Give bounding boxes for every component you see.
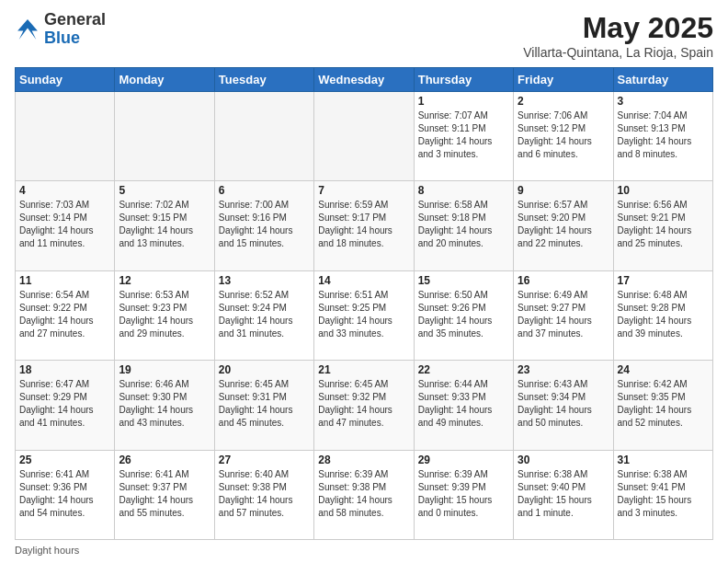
calendar-week-1: 4Sunrise: 7:03 AM Sunset: 9:14 PM Daylig… (16, 181, 713, 270)
day-info: Sunrise: 6:59 AM Sunset: 9:17 PM Dayligh… (318, 199, 409, 250)
calendar-week-2: 11Sunrise: 6:54 AM Sunset: 9:22 PM Dayli… (16, 270, 713, 360)
day-info: Sunrise: 6:39 AM Sunset: 9:39 PM Dayligh… (418, 468, 509, 520)
logo-text: General Blue (44, 11, 106, 48)
day-number: 31 (618, 454, 709, 466)
calendar-day-13: 13Sunrise: 6:52 AM Sunset: 9:24 PM Dayli… (214, 270, 313, 360)
calendar-day-20: 20Sunrise: 6:45 AM Sunset: 9:31 PM Dayli… (214, 361, 313, 450)
calendar-day-6: 6Sunrise: 7:00 AM Sunset: 9:16 PM Daylig… (214, 181, 313, 270)
footer-note: Daylight hours (15, 545, 713, 556)
calendar-day-11: 11Sunrise: 6:54 AM Sunset: 9:22 PM Dayli… (16, 270, 115, 360)
calendar-day-30: 30Sunrise: 6:38 AM Sunset: 9:40 PM Dayli… (514, 450, 613, 539)
day-info: Sunrise: 6:41 AM Sunset: 9:36 PM Dayligh… (19, 468, 110, 520)
calendar-day-10: 10Sunrise: 6:56 AM Sunset: 9:21 PM Dayli… (613, 181, 712, 270)
calendar-day-24: 24Sunrise: 6:42 AM Sunset: 9:35 PM Dayli… (613, 361, 712, 450)
day-number: 12 (119, 274, 210, 287)
day-number: 8 (418, 184, 509, 197)
calendar-day-empty (115, 92, 214, 181)
calendar-day-7: 7Sunrise: 6:59 AM Sunset: 9:17 PM Daylig… (314, 181, 414, 270)
day-info: Sunrise: 6:41 AM Sunset: 9:37 PM Dayligh… (119, 468, 210, 520)
day-info: Sunrise: 6:45 AM Sunset: 9:32 PM Dayligh… (318, 378, 409, 430)
day-number: 22 (418, 363, 509, 376)
day-number: 13 (219, 274, 310, 287)
day-info: Sunrise: 6:40 AM Sunset: 9:38 PM Dayligh… (219, 468, 310, 520)
day-info: Sunrise: 6:54 AM Sunset: 9:22 PM Dayligh… (19, 289, 110, 340)
calendar-day-25: 25Sunrise: 6:41 AM Sunset: 9:36 PM Dayli… (16, 450, 115, 539)
day-info: Sunrise: 7:03 AM Sunset: 9:14 PM Dayligh… (19, 199, 110, 250)
calendar-header-saturday: Saturday (613, 68, 712, 92)
day-info: Sunrise: 7:07 AM Sunset: 9:11 PM Dayligh… (418, 109, 509, 161)
day-info: Sunrise: 6:58 AM Sunset: 9:18 PM Dayligh… (418, 199, 509, 250)
calendar-day-17: 17Sunrise: 6:48 AM Sunset: 9:28 PM Dayli… (613, 270, 712, 360)
calendar-day-23: 23Sunrise: 6:43 AM Sunset: 9:34 PM Dayli… (514, 361, 613, 450)
day-info: Sunrise: 6:47 AM Sunset: 9:29 PM Dayligh… (19, 378, 110, 430)
day-info: Sunrise: 7:04 AM Sunset: 9:13 PM Dayligh… (618, 109, 709, 161)
calendar-day-empty (314, 92, 414, 181)
calendar-header-wednesday: Wednesday (314, 68, 414, 92)
logo-general: General (44, 10, 106, 29)
calendar-day-5: 5Sunrise: 7:02 AM Sunset: 9:15 PM Daylig… (115, 181, 214, 270)
calendar-week-0: 1Sunrise: 7:07 AM Sunset: 9:11 PM Daylig… (16, 92, 713, 181)
location: Villarta-Quintana, La Rioja, Spain (523, 45, 713, 60)
header: General Blue May 2025 Villarta-Quintana,… (15, 11, 713, 60)
day-info: Sunrise: 6:38 AM Sunset: 9:40 PM Dayligh… (518, 468, 609, 520)
daylight-label: Daylight hours (15, 545, 79, 556)
day-number: 3 (618, 95, 709, 108)
day-info: Sunrise: 6:45 AM Sunset: 9:31 PM Dayligh… (219, 378, 310, 430)
day-info: Sunrise: 6:43 AM Sunset: 9:34 PM Dayligh… (518, 378, 609, 430)
calendar-header-tuesday: Tuesday (214, 68, 313, 92)
day-info: Sunrise: 6:44 AM Sunset: 9:33 PM Dayligh… (418, 378, 509, 430)
calendar-header-thursday: Thursday (414, 68, 513, 92)
calendar-day-empty (214, 92, 313, 181)
calendar-week-3: 18Sunrise: 6:47 AM Sunset: 9:29 PM Dayli… (16, 361, 713, 450)
day-info: Sunrise: 6:56 AM Sunset: 9:21 PM Dayligh… (618, 199, 709, 250)
day-number: 21 (318, 363, 409, 376)
day-number: 11 (19, 274, 110, 287)
day-number: 7 (318, 184, 409, 197)
calendar-day-9: 9Sunrise: 6:57 AM Sunset: 9:20 PM Daylig… (514, 181, 613, 270)
calendar-day-15: 15Sunrise: 6:50 AM Sunset: 9:26 PM Dayli… (414, 270, 513, 360)
day-number: 29 (418, 454, 509, 466)
day-number: 15 (418, 274, 509, 287)
day-number: 1 (418, 95, 509, 108)
day-number: 23 (518, 363, 609, 376)
day-number: 26 (119, 454, 210, 466)
day-number: 30 (518, 454, 609, 466)
day-info: Sunrise: 6:39 AM Sunset: 9:38 PM Dayligh… (318, 468, 409, 520)
calendar-day-21: 21Sunrise: 6:45 AM Sunset: 9:32 PM Dayli… (314, 361, 414, 450)
calendar-header-friday: Friday (514, 68, 613, 92)
calendar-day-27: 27Sunrise: 6:40 AM Sunset: 9:38 PM Dayli… (214, 450, 313, 539)
calendar-day-29: 29Sunrise: 6:39 AM Sunset: 9:39 PM Dayli… (414, 450, 513, 539)
day-number: 19 (119, 363, 210, 376)
day-info: Sunrise: 6:52 AM Sunset: 9:24 PM Dayligh… (219, 289, 310, 340)
day-info: Sunrise: 6:57 AM Sunset: 9:20 PM Dayligh… (518, 199, 609, 250)
calendar-day-2: 2Sunrise: 7:06 AM Sunset: 9:12 PM Daylig… (514, 92, 613, 181)
day-number: 16 (518, 274, 609, 287)
logo: General Blue (15, 11, 106, 48)
title-block: May 2025 Villarta-Quintana, La Rioja, Sp… (523, 11, 713, 60)
day-number: 28 (318, 454, 409, 466)
day-number: 17 (618, 274, 709, 287)
calendar-day-4: 4Sunrise: 7:03 AM Sunset: 9:14 PM Daylig… (16, 181, 115, 270)
calendar-day-28: 28Sunrise: 6:39 AM Sunset: 9:38 PM Dayli… (314, 450, 414, 539)
day-number: 27 (219, 454, 310, 466)
calendar-header-monday: Monday (115, 68, 214, 92)
calendar-table: SundayMondayTuesdayWednesdayThursdayFrid… (15, 67, 713, 540)
day-number: 10 (618, 184, 709, 197)
day-number: 24 (618, 363, 709, 376)
calendar-week-4: 25Sunrise: 6:41 AM Sunset: 9:36 PM Dayli… (16, 450, 713, 539)
day-number: 9 (518, 184, 609, 197)
svg-marker-0 (17, 19, 38, 40)
day-info: Sunrise: 6:42 AM Sunset: 9:35 PM Dayligh… (618, 378, 709, 430)
day-number: 14 (318, 274, 409, 287)
logo-blue: Blue (44, 29, 80, 47)
day-info: Sunrise: 7:00 AM Sunset: 9:16 PM Dayligh… (219, 199, 310, 250)
day-info: Sunrise: 6:50 AM Sunset: 9:26 PM Dayligh… (418, 289, 509, 340)
calendar-day-31: 31Sunrise: 6:38 AM Sunset: 9:41 PM Dayli… (613, 450, 712, 539)
day-info: Sunrise: 7:06 AM Sunset: 9:12 PM Dayligh… (518, 109, 609, 161)
month-title: May 2025 (523, 11, 713, 45)
calendar-day-19: 19Sunrise: 6:46 AM Sunset: 9:30 PM Dayli… (115, 361, 214, 450)
calendar-day-12: 12Sunrise: 6:53 AM Sunset: 9:23 PM Dayli… (115, 270, 214, 360)
day-info: Sunrise: 6:46 AM Sunset: 9:30 PM Dayligh… (119, 378, 210, 430)
calendar-day-8: 8Sunrise: 6:58 AM Sunset: 9:18 PM Daylig… (414, 181, 513, 270)
calendar-day-14: 14Sunrise: 6:51 AM Sunset: 9:25 PM Dayli… (314, 270, 414, 360)
